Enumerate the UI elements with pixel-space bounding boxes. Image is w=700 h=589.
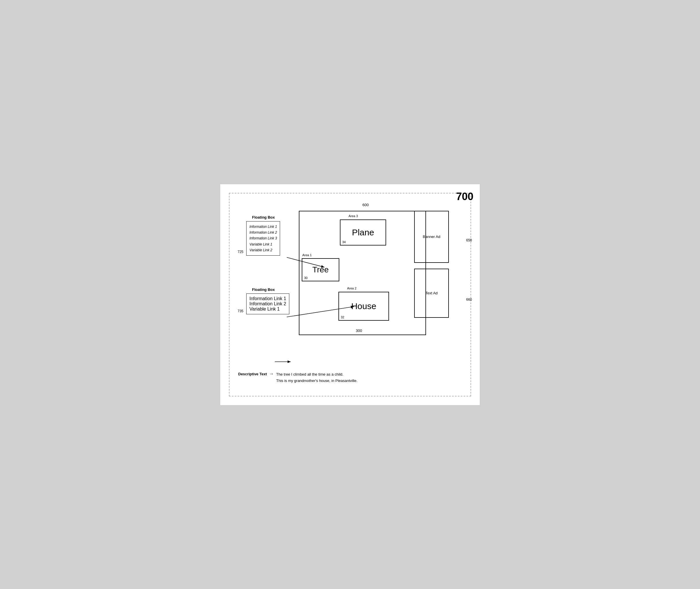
fb1-link5: Variable Link 2 <box>249 247 277 253</box>
fb1-link2: Information Link 2 <box>249 230 277 235</box>
descriptive-label: Descriptive Text <box>238 371 267 376</box>
area3-label: Area 3 <box>348 214 358 218</box>
fb1-link4: Variable Link 1 <box>249 241 277 247</box>
descriptive-text: The tree I climbed all the time as a chi… <box>276 371 357 384</box>
label-660: 660 <box>466 298 472 302</box>
banner-ad-box: Banner Ad <box>414 211 449 263</box>
floating-box1: Information Link 1 Information Link 2 In… <box>246 221 280 256</box>
fb2-link1: Information Link 1 <box>249 296 286 301</box>
floating-box1-container: Floating Box Information Link 1 Informat… <box>243 215 281 256</box>
area1-number: 30 <box>304 276 307 279</box>
area2-number: 32 <box>341 316 344 319</box>
fb2-link2: Information Link 2 <box>249 301 286 307</box>
descriptive-arrow-icon: → <box>269 371 274 377</box>
label-650: 650 <box>466 238 472 242</box>
floating-box2-title: Floating Box <box>252 287 291 292</box>
box-600: Area 3 Plane 34 Area 1 Tree 30 Area 2 Ho… <box>299 211 426 335</box>
area1-title: Tree <box>312 265 329 274</box>
text-ad-label: Text Ad <box>425 291 438 295</box>
area1-box: Tree 30 <box>302 258 339 281</box>
label-725: 725 <box>238 250 243 254</box>
desc-line2: This is my grandmother's house, in Pleas… <box>276 378 357 384</box>
fb1-link1: Information Link 1 <box>249 224 277 230</box>
label-300: 300 <box>356 329 362 333</box>
area2-label: Area 2 <box>347 286 357 290</box>
area2-box: House 32 <box>338 292 389 321</box>
area2-title: House <box>351 301 376 311</box>
floating-box2-container: Floating Box Information Link 1 Informat… <box>243 287 291 314</box>
area3-box: Plane 34 <box>340 219 386 245</box>
text-ad-box: Text Ad <box>414 268 449 318</box>
label-735: 735 <box>238 309 243 313</box>
ads-column: Banner Ad Text Ad <box>414 211 453 318</box>
desc-line1: The tree I climbed all the time as a chi… <box>276 371 357 378</box>
fb1-link3: Information Link 3 <box>249 235 277 241</box>
descriptive-section: Descriptive Text → The tree I climbed al… <box>238 371 358 384</box>
banner-ad-label: Banner Ad <box>423 234 440 239</box>
area3-number: 34 <box>342 240 346 244</box>
floating-box2: Information Link 1 Information Link 2 Va… <box>246 293 289 314</box>
floating-box1-title: Floating Box <box>252 215 281 219</box>
label-600: 600 <box>363 203 369 207</box>
area3-title: Plane <box>352 228 374 237</box>
area1-label: Area 1 <box>302 253 311 257</box>
fb2-link3: Variable Link 1 <box>249 307 286 312</box>
